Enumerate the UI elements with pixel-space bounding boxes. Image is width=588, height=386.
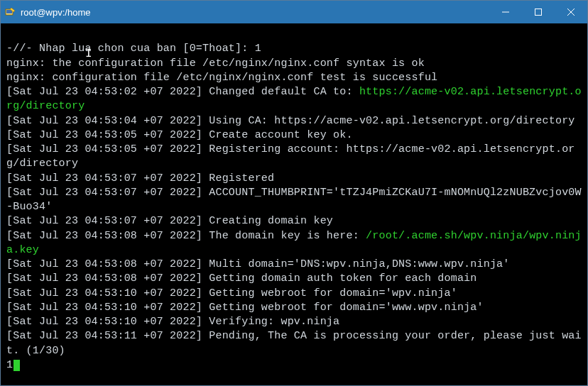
nginx-syntax-ok: nginx: the configuration file /etc/nginx… xyxy=(6,57,425,70)
maximize-button[interactable] xyxy=(522,1,555,23)
minimize-button[interactable] xyxy=(489,1,522,23)
log-msg: The domain key is here: xyxy=(202,230,366,242)
log-msg: Registered xyxy=(202,172,274,184)
window-controls xyxy=(489,1,587,23)
log-msg: Verifying: wpv.ninja xyxy=(202,316,339,328)
log-timestamp: [Sat Jul 23 04:53:10 +07 2022] xyxy=(6,302,202,314)
log-msg: Getting domain auth token for each domai… xyxy=(202,272,477,285)
log-timestamp: [Sat Jul 23 04:53:07 +07 2022] xyxy=(6,172,202,184)
log-timestamp: [Sat Jul 23 04:53:11 +07 2022] xyxy=(6,330,202,342)
log-timestamp: [Sat Jul 23 04:53:05 +07 2022] xyxy=(6,143,202,155)
log-timestamp: [Sat Jul 23 04:53:08 +07 2022] xyxy=(6,258,202,270)
log-msg: Multi domain='DNS:wpv.ninja,DNS:www.wpv.… xyxy=(202,258,509,270)
terminal-output[interactable]: I -//- Nhap lua chon cua ban [0=Thoat]: … xyxy=(1,23,587,385)
log-msg: Create account key ok. xyxy=(202,129,353,141)
log-msg: Changed default CA to: xyxy=(202,86,359,98)
log-msg: Using CA: https://acme-v02.api.letsencry… xyxy=(202,115,575,127)
window-title: root@wpv:/home xyxy=(21,7,489,18)
log-msg: Creating domain key xyxy=(202,215,333,227)
window-titlebar: root@wpv:/home xyxy=(1,1,587,23)
log-timestamp: [Sat Jul 23 04:53:07 +07 2022] xyxy=(6,187,202,199)
log-timestamp: [Sat Jul 23 04:53:02 +07 2022] xyxy=(6,86,202,98)
log-timestamp: [Sat Jul 23 04:53:08 +07 2022] xyxy=(6,272,202,285)
svg-rect-2 xyxy=(535,9,542,16)
log-timestamp: [Sat Jul 23 04:53:07 +07 2022] xyxy=(6,215,202,227)
log-timestamp: [Sat Jul 23 04:53:04 +07 2022] xyxy=(6,115,202,127)
log-msg: Getting webroot for domain='www.wpv.ninj… xyxy=(202,302,484,314)
input-char: 1 xyxy=(6,359,13,371)
terminal-cursor xyxy=(13,360,20,371)
putty-icon xyxy=(5,6,16,18)
close-button[interactable] xyxy=(555,1,587,23)
log-msg: Getting webroot for domain='wpv.ninja' xyxy=(202,287,457,299)
log-timestamp: [Sat Jul 23 04:53:10 +07 2022] xyxy=(6,316,202,328)
log-timestamp: [Sat Jul 23 04:53:05 +07 2022] xyxy=(6,129,202,141)
nginx-test-ok: nginx: configuration file /etc/nginx/ngi… xyxy=(6,72,437,84)
prompt-line: -//- Nhap lua chon cua ban [0=Thoat]: 1 xyxy=(6,43,261,55)
log-timestamp: [Sat Jul 23 04:53:08 +07 2022] xyxy=(6,230,202,242)
log-timestamp: [Sat Jul 23 04:53:10 +07 2022] xyxy=(6,287,202,299)
